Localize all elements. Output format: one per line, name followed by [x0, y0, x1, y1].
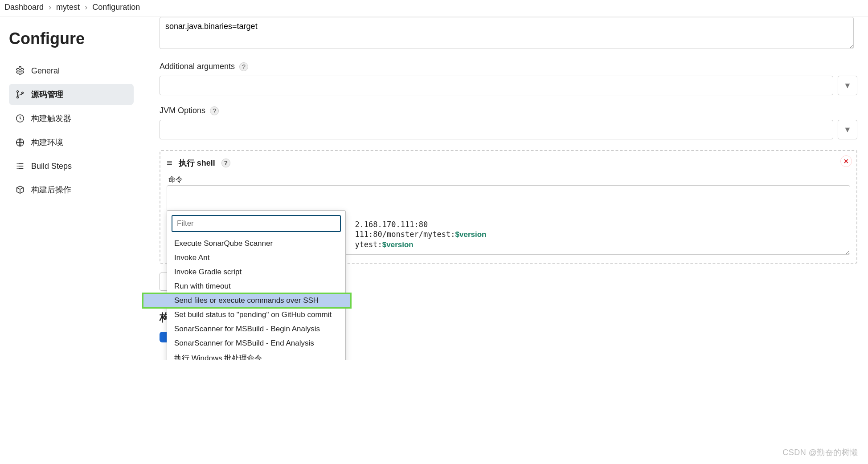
sidebar-item-label: 构建环境: [31, 137, 63, 148]
svg-point-0: [19, 69, 21, 72]
additional-arguments-input[interactable]: [160, 76, 833, 95]
dropdown-item[interactable]: Run with timeout: [167, 279, 345, 293]
dropdown-item[interactable]: Execute SonarQube Scanner: [167, 236, 345, 251]
clock-icon: [15, 114, 25, 123]
chevron-right-icon: ›: [85, 3, 87, 12]
jvm-options-label: JVM Options: [160, 106, 205, 115]
dropdown-filter-input[interactable]: [172, 215, 341, 232]
close-icon[interactable]: ✕: [840, 155, 852, 167]
sidebar-item-triggers[interactable]: 构建触发器: [9, 108, 134, 129]
sidebar-item-label: 源码管理: [31, 89, 63, 100]
dropdown-item[interactable]: Send files or execute commands over SSH: [143, 293, 351, 308]
sidebar: Configure General 源码管理 构建触发器 构建环境 Build …: [0, 17, 138, 360]
globe-icon: [15, 138, 25, 147]
dropdown-item[interactable]: Invoke Ant: [167, 251, 345, 265]
add-build-step-dropdown: Execute SonarQube ScannerInvoke AntInvok…: [167, 210, 346, 360]
help-icon[interactable]: ?: [239, 62, 248, 71]
dropdown-item[interactable]: SonarScanner for MSBuild - End Analysis: [167, 336, 345, 350]
page-title: Configure: [9, 29, 134, 48]
dropdown-item[interactable]: Set build status to "pending" on GitHub …: [167, 308, 345, 322]
analysis-properties-textarea[interactable]: sonar.java.binaries=target: [160, 17, 854, 49]
command-label: 命令: [168, 175, 850, 184]
help-icon[interactable]: ?: [210, 106, 219, 115]
jvm-options-input[interactable]: [160, 120, 833, 139]
sidebar-item-label: 构建触发器: [31, 113, 71, 124]
package-icon: [15, 185, 25, 195]
branch-icon: [15, 90, 25, 99]
sidebar-item-general[interactable]: General: [9, 61, 134, 81]
svg-point-2: [17, 97, 19, 98]
sidebar-item-label: 构建后操作: [31, 184, 71, 195]
panel-title: 执行 shell: [179, 158, 215, 168]
breadcrumb-configuration[interactable]: Configuration: [92, 3, 140, 12]
sidebar-item-label: General: [31, 66, 60, 76]
jvm-options-dropdown-button[interactable]: ▼: [838, 120, 857, 139]
svg-point-1: [17, 91, 19, 93]
list-icon: [15, 161, 25, 171]
sidebar-item-build-steps[interactable]: Build Steps: [9, 156, 134, 176]
dropdown-item[interactable]: SonarScanner for MSBuild - Begin Analysi…: [167, 322, 345, 336]
breadcrumb: Dashboard › mytest › Configuration: [0, 0, 868, 17]
chevron-right-icon: ›: [49, 3, 51, 12]
breadcrumb-project[interactable]: mytest: [56, 3, 80, 12]
drag-handle-icon[interactable]: ≡: [167, 157, 172, 169]
dropdown-item[interactable]: 执行 Windows 批处理命令: [167, 350, 345, 360]
help-icon[interactable]: ?: [221, 159, 230, 167]
breadcrumb-dashboard[interactable]: Dashboard: [4, 3, 44, 12]
additional-arguments-label: Additional arguments: [160, 62, 235, 71]
dropdown-item[interactable]: Invoke Gradle script: [167, 265, 345, 279]
sidebar-item-post-build[interactable]: 构建后操作: [9, 179, 134, 200]
execute-shell-panel: ≡ 执行 shell ? ✕ 命令 Execute SonarQube Scan…: [160, 150, 857, 264]
sidebar-item-label: Build Steps: [31, 162, 72, 171]
gear-icon: [15, 66, 25, 76]
additional-arguments-dropdown-button[interactable]: ▼: [838, 76, 857, 95]
sidebar-item-environment[interactable]: 构建环境: [9, 132, 134, 153]
sidebar-item-scm[interactable]: 源码管理: [9, 84, 134, 105]
